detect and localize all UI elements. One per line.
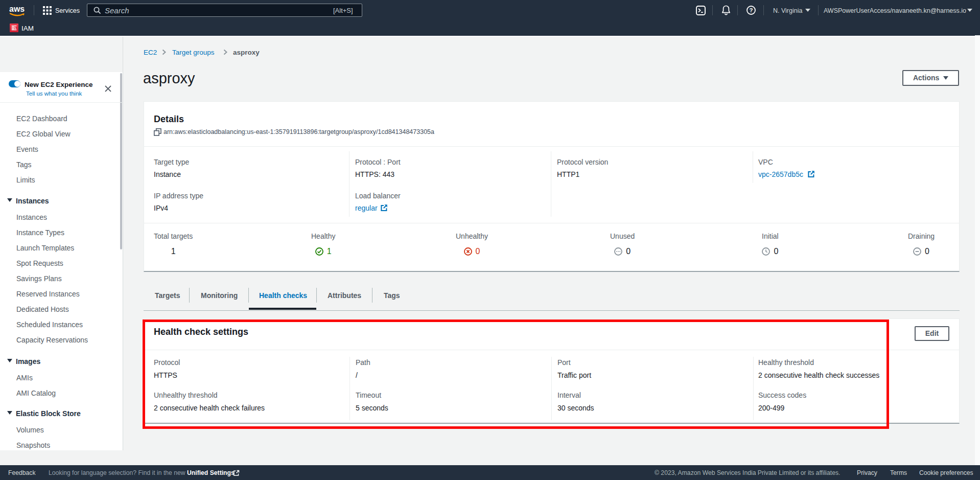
svg-text:?: ? — [749, 7, 753, 13]
svg-text:aws: aws — [9, 5, 25, 13]
